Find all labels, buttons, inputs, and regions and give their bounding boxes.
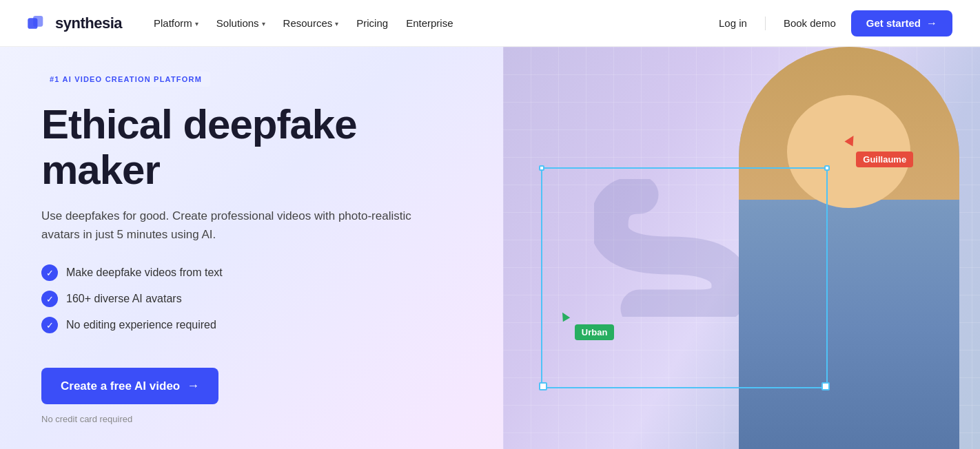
nav-enterprise[interactable]: Enterprise (399, 13, 460, 33)
selection-box (541, 167, 827, 388)
chevron-down-icon: ▾ (335, 20, 338, 28)
hero-title: Ethical deepfake maker (41, 102, 462, 193)
selection-corner-tr (824, 165, 830, 171)
hero-content: #1 AI VIDEO CREATION PLATFORM Ethical de… (0, 47, 503, 449)
navbar: synthesia Platform ▾ Solutions ▾ Resourc… (0, 0, 980, 47)
nav-divider (765, 17, 766, 30)
nav-links: Platform ▾ Solutions ▾ Resources ▾ Prici… (147, 13, 460, 33)
get-started-button[interactable]: Get started → (851, 10, 952, 36)
logo-text: synthesia (55, 14, 122, 32)
no-credit-card-note: No credit card required (41, 414, 462, 424)
arrow-icon: → (187, 379, 199, 393)
svg-rect-1 (33, 16, 43, 27)
login-button[interactable]: Log in (709, 13, 757, 33)
chevron-down-icon: ▾ (262, 20, 265, 28)
hero-description: Use deepfakes for good. Create professio… (41, 207, 427, 244)
name-tag-urban: Urban (575, 324, 615, 340)
logo[interactable]: synthesia (28, 14, 122, 32)
create-video-button[interactable]: Create a free AI video → (41, 368, 218, 404)
nav-left: synthesia Platform ▾ Solutions ▾ Resourc… (28, 13, 460, 33)
chevron-down-icon: ▾ (195, 20, 198, 28)
feature-item-2: ✓ 160+ diverse AI avatars (41, 291, 462, 307)
feature-item-3: ✓ No editing experience required (41, 317, 462, 333)
hero-section: #1 AI VIDEO CREATION PLATFORM Ethical de… (0, 47, 980, 449)
book-demo-button[interactable]: Book demo (774, 13, 846, 33)
selection-corner-tl (539, 165, 544, 171)
check-icon-1: ✓ (41, 264, 58, 281)
check-icon-2: ✓ (41, 291, 58, 307)
feature-item-1: ✓ Make deepfake videos from text (41, 264, 462, 281)
arrow-icon: → (926, 17, 937, 30)
video-bg: Guillaume Urban (503, 47, 980, 449)
nav-solutions[interactable]: Solutions ▾ (210, 13, 272, 33)
nav-right: Log in Book demo Get started → (709, 10, 952, 36)
nav-pricing[interactable]: Pricing (349, 13, 395, 33)
feature-list: ✓ Make deepfake videos from text ✓ 160+ … (41, 264, 462, 343)
name-tag-guillaume: Guillaume (856, 152, 913, 167)
check-icon-3: ✓ (41, 317, 58, 333)
hero-badge: #1 AI VIDEO CREATION PLATFORM (41, 72, 210, 87)
nav-resources[interactable]: Resources ▾ (276, 13, 346, 33)
nav-platform[interactable]: Platform ▾ (147, 13, 205, 33)
hero-video-preview: Guillaume Urban (503, 47, 980, 449)
logo-icon (28, 16, 50, 31)
